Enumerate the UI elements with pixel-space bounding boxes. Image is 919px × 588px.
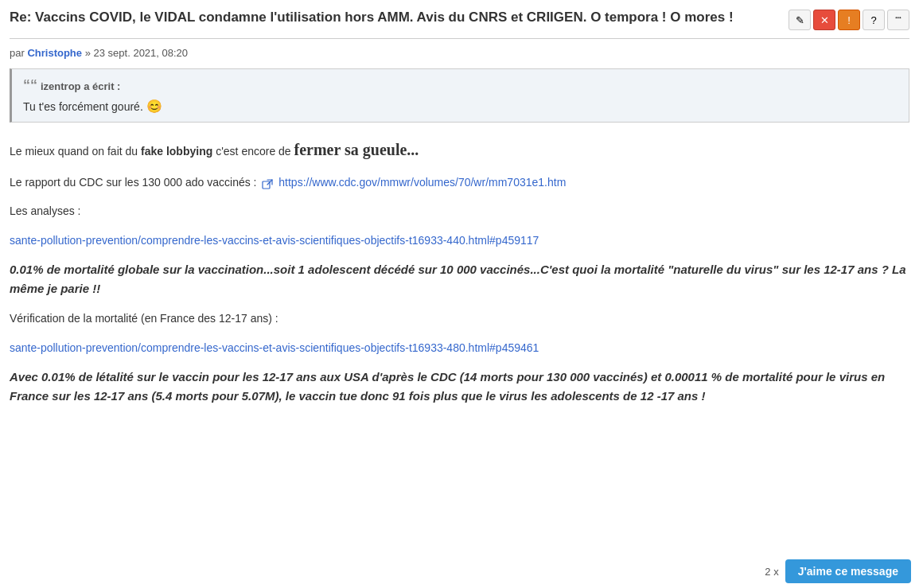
bold-italic-text-2: Avec 0.01% de létalité sur le vaccin pou… <box>10 370 885 403</box>
cdc-link[interactable]: https://www.cdc.gov/mmwr/volumes/70/wr/m… <box>278 176 566 189</box>
like-button[interactable]: J'aime ce message <box>785 559 911 583</box>
quote-mark-icon: ““ <box>23 77 37 93</box>
author-link[interactable]: Christophe <box>27 47 82 59</box>
post-title-text: Re: Vaccins COVID, le VIDAL condamne l'u… <box>10 8 781 27</box>
quote-wrote-label: a écrit : <box>84 80 120 92</box>
arrow-label: » <box>85 47 91 59</box>
link2-anchor[interactable]: sante-pollution-prevention/comprendre-le… <box>10 341 539 354</box>
quote-block: ““izentrop a écrit : Tu t'es forcément g… <box>10 68 909 123</box>
body-fermer-sa-gueule: fermer sa gueule... <box>294 141 419 158</box>
report-button[interactable]: ! <box>838 10 860 30</box>
body-line1-post: c'est encore de <box>212 145 294 158</box>
post-title-bar: Re: Vaccins COVID, le VIDAL condamne l'u… <box>10 8 909 39</box>
footer-bar: 2 x J'aime ce message <box>757 555 919 588</box>
post-date: 23 sept. 2021, 08:20 <box>94 47 189 59</box>
par-label: par <box>10 47 25 59</box>
svg-rect-0 <box>263 181 270 189</box>
quote-author: izentrop <box>41 80 81 92</box>
body-fake-lobbying: fake lobbying <box>141 145 212 158</box>
help-button[interactable]: ? <box>863 10 885 30</box>
body-link2: sante-pollution-prevention/comprendre-le… <box>10 339 909 356</box>
body-line1-pre: Le mieux quand on fait du <box>10 145 141 158</box>
post-container: Re: Vaccins COVID, le VIDAL condamne l'u… <box>0 0 919 406</box>
link1-anchor[interactable]: sante-pollution-prevention/comprendre-le… <box>10 234 539 247</box>
body-line1: Le mieux quand on fait du fake lobbying … <box>10 137 909 162</box>
body-cdc-pre: Le rapport du CDC sur les 130 000 ado va… <box>10 176 257 189</box>
body-bold-italic-1: 0.01% de mortalité globale sur la vaccin… <box>10 260 909 298</box>
body-line4: Vérification de la mortalité (en France … <box>10 310 909 327</box>
edit-button[interactable]: ✎ <box>789 10 811 30</box>
delete-button[interactable]: ✕ <box>813 10 835 30</box>
quote-header: ““izentrop a écrit : <box>23 77 898 94</box>
bold-italic-text-1: 0.01% de mortalité globale sur la vaccin… <box>10 263 906 295</box>
post-body: Le mieux quand on fait du fake lobbying … <box>10 137 909 406</box>
quote-button[interactable]: ““ <box>887 10 909 30</box>
smiley-emoji: 😊 <box>146 99 162 113</box>
body-link1: sante-pollution-prevention/comprendre-le… <box>10 232 909 249</box>
like-count: 2 x <box>765 566 778 578</box>
body-bold-italic-2: Avec 0.01% de létalité sur le vaccin pou… <box>10 368 909 406</box>
body-line3: Les analyses : <box>10 202 909 220</box>
external-link-icon <box>262 177 273 189</box>
post-actions: ✎ ✕ ! ? ““ <box>789 10 909 30</box>
quote-content: Tu t'es forcément gouré. 😊 <box>23 99 898 114</box>
post-meta: par Christophe » 23 sept. 2021, 08:20 <box>10 47 909 59</box>
body-line2: Le rapport du CDC sur les 130 000 ado va… <box>10 173 909 191</box>
